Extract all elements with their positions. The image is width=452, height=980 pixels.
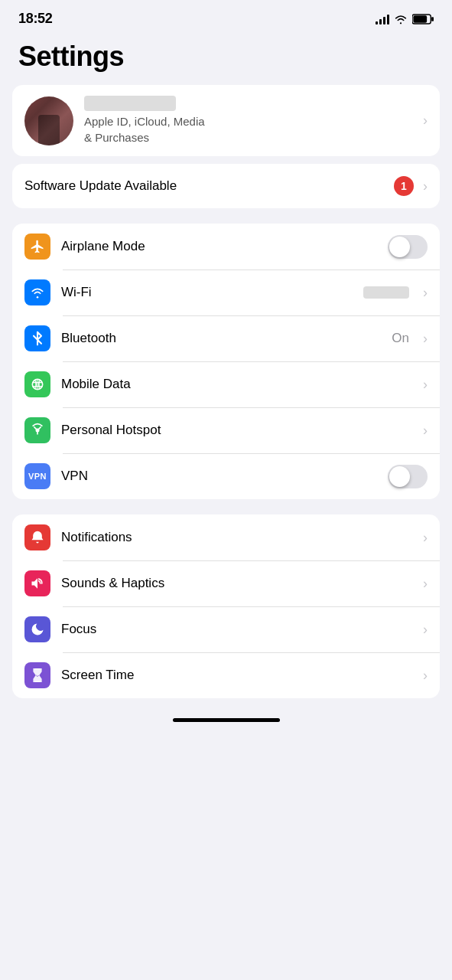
airplane-icon-wrap xyxy=(24,234,50,260)
settings-row-sounds[interactable]: Sounds & Haptics › xyxy=(12,560,440,606)
profile-name-blurred xyxy=(84,96,176,111)
sounds-label: Sounds & Haptics xyxy=(61,576,412,591)
bluetooth-icon xyxy=(30,331,45,346)
wifi-icon xyxy=(30,285,45,300)
system-group: Notifications › Sounds & Haptics › Focus… xyxy=(12,514,440,698)
wifi-value-blurred xyxy=(363,286,409,299)
wifi-status-icon xyxy=(394,14,408,24)
update-row[interactable]: Software Update Available 1 › xyxy=(12,164,440,208)
notifications-chevron: › xyxy=(423,530,428,546)
wifi-label: Wi-Fi xyxy=(61,285,353,300)
status-bar: 18:52 xyxy=(0,0,452,33)
mobiledata-label: Mobile Data xyxy=(61,377,412,392)
settings-row-hotspot[interactable]: Personal Hotspot › xyxy=(12,407,440,453)
bell-icon xyxy=(30,530,45,545)
status-time: 18:52 xyxy=(18,11,53,27)
hotspot-chevron: › xyxy=(423,423,428,439)
profile-info: Apple ID, iCloud, Media & Purchases xyxy=(84,96,412,145)
wifi-chevron: › xyxy=(423,285,428,301)
status-icons xyxy=(376,14,434,24)
profile-sub: Apple ID, iCloud, Media & Purchases xyxy=(84,113,412,145)
bluetooth-label: Bluetooth xyxy=(61,331,381,346)
hotspot-label: Personal Hotspot xyxy=(61,423,412,438)
vpn-label: VPN xyxy=(61,469,377,484)
home-indicator xyxy=(0,706,452,728)
page-title: Settings xyxy=(0,33,452,85)
bluetooth-icon-wrap xyxy=(24,325,50,351)
bluetooth-chevron: › xyxy=(423,331,428,347)
airplane-toggle[interactable] xyxy=(388,235,428,259)
settings-row-wifi[interactable]: Wi-Fi › xyxy=(12,270,440,315)
profile-row[interactable]: Apple ID, iCloud, Media & Purchases › xyxy=(12,85,440,156)
profile-card[interactable]: Apple ID, iCloud, Media & Purchases › xyxy=(12,85,440,156)
settings-row-screentime[interactable]: Screen Time › xyxy=(12,652,440,698)
focus-icon-wrap xyxy=(24,616,50,642)
settings-row-airplane[interactable]: Airplane Mode xyxy=(12,224,440,270)
svg-rect-2 xyxy=(413,15,427,22)
hourglass-icon xyxy=(30,668,45,683)
sounds-chevron: › xyxy=(423,576,428,592)
update-label: Software Update Available xyxy=(24,178,385,194)
mobiledata-chevron: › xyxy=(423,377,428,393)
mobiledata-icon xyxy=(30,377,45,392)
svg-rect-1 xyxy=(431,17,434,21)
settings-row-notifications[interactable]: Notifications › xyxy=(12,514,440,560)
battery-icon xyxy=(412,14,434,24)
signal-icon xyxy=(376,14,389,24)
moon-icon xyxy=(30,622,45,637)
update-chevron: › xyxy=(423,178,428,194)
vpn-text-label: VPN xyxy=(28,472,47,481)
hotspot-icon-wrap xyxy=(24,417,50,443)
screentime-chevron: › xyxy=(423,668,428,684)
bluetooth-value: On xyxy=(392,331,409,346)
mobiledata-icon-wrap xyxy=(24,371,50,397)
screentime-icon-wrap xyxy=(24,662,50,688)
settings-row-mobiledata[interactable]: Mobile Data › xyxy=(12,361,440,407)
notifications-icon-wrap xyxy=(24,524,50,550)
airplane-label: Airplane Mode xyxy=(61,239,377,254)
hotspot-icon xyxy=(30,423,45,438)
settings-row-bluetooth[interactable]: Bluetooth On › xyxy=(12,315,440,361)
settings-row-focus[interactable]: Focus › xyxy=(12,606,440,652)
wifi-icon-wrap xyxy=(24,279,50,305)
software-update-card[interactable]: Software Update Available 1 › xyxy=(12,164,440,208)
connectivity-group: Airplane Mode Wi-Fi › Bluetooth On › xyxy=(12,224,440,499)
settings-row-vpn[interactable]: VPN VPN xyxy=(12,453,440,499)
vpn-icon-wrap: VPN xyxy=(24,463,50,489)
focus-chevron: › xyxy=(423,622,428,638)
profile-chevron: › xyxy=(423,113,428,129)
focus-label: Focus xyxy=(61,622,412,637)
airplane-icon xyxy=(30,239,45,254)
screentime-label: Screen Time xyxy=(61,668,412,683)
update-badge: 1 xyxy=(394,176,414,196)
sounds-icon-wrap xyxy=(24,570,50,596)
vpn-toggle[interactable] xyxy=(388,465,428,488)
avatar xyxy=(24,96,73,145)
sound-icon xyxy=(30,576,45,591)
notifications-label: Notifications xyxy=(61,530,412,545)
